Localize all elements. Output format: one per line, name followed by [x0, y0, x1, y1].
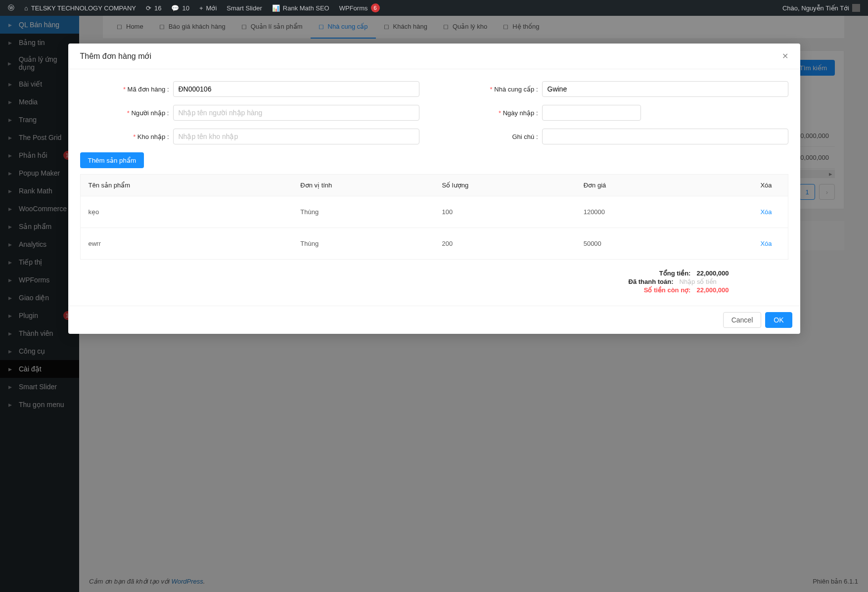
date-label: Ngày nhập : — [449, 109, 538, 117]
total-value: 22,000,000 — [696, 270, 729, 277]
comments-count: 10 — [182, 4, 189, 12]
refresh-icon: ⟳ — [146, 4, 151, 12]
add-order-modal: Thêm đơn hàng mới ✕ Mã đơn hàng : Nhà cu… — [68, 44, 800, 334]
avatar — [852, 4, 860, 12]
col-name: Tên sản phẩm — [80, 175, 292, 196]
wp-admin-bar: ⓦ ⌂TELSKY TECHNOLOGY COMPANY ⟳16 💬10 +Mớ… — [0, 0, 868, 16]
new-label: Mới — [206, 4, 217, 12]
site-name-text: TELSKY TECHNOLOGY COMPANY — [31, 4, 136, 12]
remain-label: Số tiền còn nợ: — [644, 286, 691, 294]
wp-logo[interactable]: ⓦ — [4, 0, 18, 16]
site-name[interactable]: ⌂TELSKY TECHNOLOGY COMPANY — [20, 0, 140, 16]
importer-input[interactable] — [173, 105, 419, 121]
delete-row-link[interactable]: Xóa — [760, 240, 772, 247]
total-label: Tổng tiền: — [659, 270, 691, 277]
delete-row-link[interactable]: Xóa — [760, 208, 772, 216]
plus-icon: + — [199, 4, 203, 12]
cancel-button[interactable]: Cancel — [723, 312, 762, 328]
product-row: ewrrThùng20050000Xóa — [80, 228, 788, 260]
new-item[interactable]: +Mới — [195, 0, 221, 16]
importer-label: Người nhập : — [80, 109, 169, 117]
wordpress-icon: ⓦ — [8, 3, 14, 12]
col-unit: Đơn vị tính — [292, 175, 434, 196]
comments-item[interactable]: 💬10 — [167, 0, 193, 16]
close-icon[interactable]: ✕ — [782, 51, 788, 61]
rank-math-item[interactable]: 📊Rank Math SEO — [268, 0, 333, 16]
wpforms-item[interactable]: WPForms6 — [335, 0, 384, 16]
supplier-input[interactable] — [542, 81, 788, 97]
remain-value: 22,000,000 — [696, 286, 729, 294]
greeting[interactable]: Chào, Nguyễn Tiến Tới — [778, 0, 864, 16]
updates-count: 16 — [154, 4, 161, 12]
paid-label: Đã thanh toán: — [629, 278, 674, 285]
warehouse-input[interactable] — [173, 129, 419, 144]
col-price: Đơn giá — [576, 175, 753, 196]
modal-title: Thêm đơn hàng mới — [80, 51, 152, 61]
smart-slider-item[interactable]: Smart Slider — [223, 0, 266, 16]
col-qty: Số lượng — [434, 175, 575, 196]
product-row: kẹoThùng100120000Xóa — [80, 196, 788, 228]
note-label: Ghi chú : — [449, 133, 538, 140]
supplier-label: Nhà cung cấp : — [449, 86, 538, 93]
add-product-button[interactable]: Thêm sản phẩm — [80, 152, 144, 168]
col-del: Xóa — [752, 175, 788, 196]
warehouse-label: Kho nhập : — [80, 133, 169, 140]
order-code-label: Mã đơn hàng : — [80, 86, 169, 93]
order-code-input[interactable] — [173, 81, 419, 97]
date-input[interactable] — [542, 105, 641, 121]
comment-icon: 💬 — [171, 4, 179, 12]
ok-button[interactable]: OK — [765, 312, 792, 328]
note-input[interactable] — [542, 129, 788, 144]
products-table: Tên sản phẩm Đơn vị tính Số lượng Đơn gi… — [80, 174, 788, 260]
home-icon: ⌂ — [24, 4, 28, 12]
updates-item[interactable]: ⟳16 — [142, 0, 165, 16]
wpforms-badge: 6 — [371, 3, 380, 12]
chart-icon: 📊 — [272, 4, 280, 12]
paid-placeholder[interactable]: Nhập số tiền — [680, 278, 729, 285]
